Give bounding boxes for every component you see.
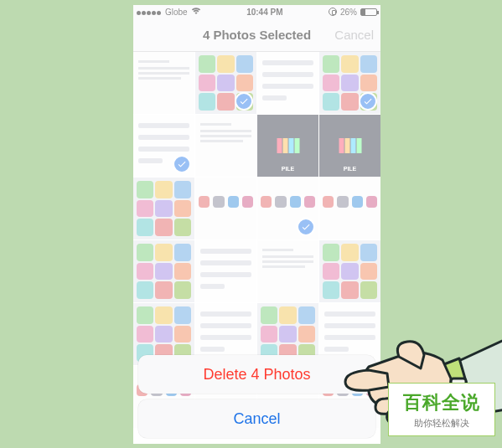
photo-thumb[interactable] (195, 115, 256, 177)
actionsheet-cancel-button[interactable]: Cancel (138, 399, 375, 438)
photo-thumb[interactable]: PILE (257, 115, 318, 177)
photo-thumb[interactable] (319, 52, 380, 114)
site-badge: 百科全说 助你轻松解决 (388, 383, 495, 436)
orientation-lock-icon (329, 8, 337, 16)
photo-thumb[interactable] (133, 52, 194, 114)
phone-frame: Globe 10:44 PM 26% 4 Photos Selected Can… (133, 5, 380, 444)
battery-pct-label: 26% (340, 8, 357, 17)
clock-label: 10:44 PM (201, 8, 329, 17)
nav-bar: 4 Photos Selected Cancel (133, 18, 380, 52)
status-bar: Globe 10:44 PM 26% (133, 5, 380, 18)
photo-thumb[interactable] (195, 178, 256, 239)
selection-check-icon (235, 92, 253, 111)
battery-icon (360, 8, 377, 16)
badge-subtitle: 助你轻松解决 (414, 417, 469, 430)
selection-check-icon (359, 92, 377, 111)
signal-dots-icon (137, 8, 162, 17)
action-sheet: Delete 4 Photos Cancel (138, 355, 375, 438)
photo-thumb[interactable] (257, 52, 318, 114)
delete-photos-button[interactable]: Delete 4 Photos (138, 355, 375, 394)
carrier-label: Globe (165, 8, 188, 17)
photo-thumb[interactable]: PILE (319, 115, 380, 177)
selection-check-icon (297, 218, 315, 236)
wifi-icon (191, 7, 201, 17)
photo-thumb[interactable] (133, 240, 194, 302)
photo-thumb[interactable] (319, 240, 380, 302)
badge-title: 百科全说 (403, 390, 480, 415)
photo-thumb[interactable] (133, 115, 194, 177)
selection-check-icon (173, 155, 191, 173)
photo-thumb[interactable] (257, 178, 318, 239)
photo-thumb[interactable] (257, 240, 318, 302)
photo-thumb[interactable] (195, 52, 256, 114)
photo-thumb[interactable] (133, 178, 194, 239)
nav-cancel-button[interactable]: Cancel (334, 28, 374, 42)
photo-thumb[interactable] (319, 178, 380, 239)
photo-thumb[interactable] (195, 240, 256, 302)
